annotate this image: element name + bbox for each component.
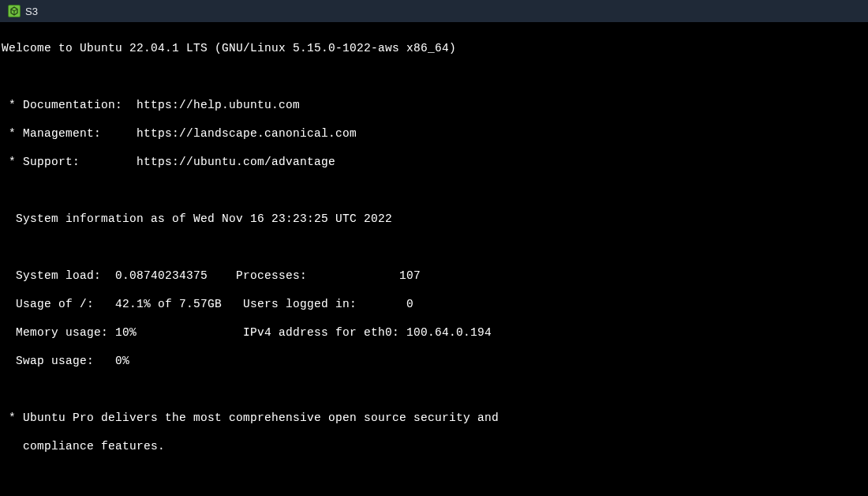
ubuntupro-line2: compliance features. (2, 439, 866, 453)
terminal-output[interactable]: Welcome to Ubuntu 22.04.1 LTS (GNU/Linux… (0, 22, 868, 496)
blank-line (2, 183, 866, 197)
blank-line (2, 468, 866, 482)
sysinfo-header: System information as of Wed Nov 16 23:2… (2, 212, 866, 226)
sysinfo-load: System load: 0.08740234375 Processes: 10… (2, 269, 866, 283)
sysinfo-disk: Usage of /: 42.1% of 7.57GB Users logged… (2, 297, 866, 311)
blank-line (2, 382, 866, 396)
blank-line (2, 70, 866, 84)
motd-support: * Support: https://ubuntu.com/advantage (2, 155, 866, 169)
aws-s3-icon (8, 5, 21, 17)
motd-documentation: * Documentation: https://help.ubuntu.com (2, 98, 866, 112)
tab-title: S3 (25, 6, 38, 17)
window-titlebar: S3 (0, 0, 868, 22)
motd-welcome: Welcome to Ubuntu 22.04.1 LTS (GNU/Linux… (2, 41, 866, 55)
motd-management: * Management: https://landscape.canonica… (2, 126, 866, 141)
blank-line (2, 240, 866, 254)
sysinfo-swap: Swap usage: 0% (2, 354, 866, 368)
sysinfo-memory: Memory usage: 10% IPv4 address for eth0:… (2, 325, 866, 340)
ubuntupro-line1: * Ubuntu Pro delivers the most comprehen… (2, 411, 866, 425)
